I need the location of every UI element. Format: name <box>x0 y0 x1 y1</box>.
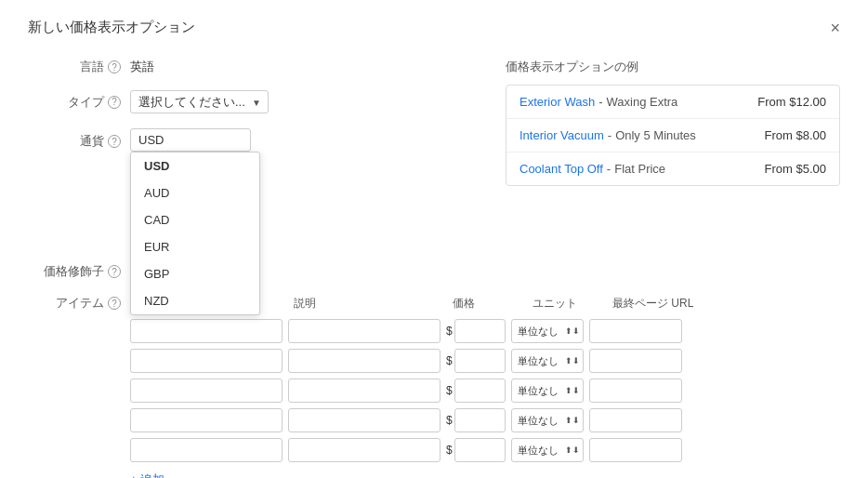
currency-option-aud[interactable]: AUD <box>131 179 259 206</box>
item-row: $ 単位なし ⬆⬇ <box>130 408 478 432</box>
unit-select-5[interactable]: 単位なし <box>511 438 584 462</box>
unit-cell-2: 単位なし ⬆⬇ <box>511 349 584 373</box>
type-label-group: タイプ ? <box>28 94 121 111</box>
dollar-sign-1: $ <box>446 325 453 338</box>
language-row: 言語 ? 英語 <box>28 59 478 75</box>
example-box: Exterior Wash - Waxing Extra From $12.00… <box>506 85 840 186</box>
example-price-2: From $8.00 <box>765 128 826 142</box>
price-modifier-label-group: 価格修飾子 ? <box>28 263 121 280</box>
item-desc-input-1[interactable] <box>288 319 441 343</box>
price-cell-2: $ <box>446 349 506 373</box>
item-desc-input-3[interactable] <box>288 378 441 403</box>
modal-container: 新しい価格表示オプション × 言語 ? 英語 タイプ ? <box>0 0 868 478</box>
currency-help-badge[interactable]: ? <box>108 135 121 148</box>
example-link-2: Interior Vacuum <box>519 128 604 142</box>
item-desc-input-5[interactable] <box>288 438 441 462</box>
currency-dropdown-menu: USD AUD CAD EUR GBP NZD <box>130 152 260 315</box>
example-desc-3: Flat Price <box>614 162 665 176</box>
item-price-input-2[interactable] <box>454 349 506 373</box>
currency-label: 通貨 <box>80 133 104 150</box>
unit-cell-1: 単位なし ⬆⬇ <box>511 319 584 343</box>
language-help-badge[interactable]: ? <box>108 60 121 73</box>
currency-option-gbp[interactable]: GBP <box>131 260 259 287</box>
item-row: $ 単位なし ⬆⬇ <box>130 438 478 462</box>
item-row: $ 単位なし ⬆⬇ <box>130 319 478 343</box>
type-dropdown-wrapper: 選択してください... ▼ <box>130 90 269 113</box>
unit-cell-5: 単位なし ⬆⬇ <box>511 438 584 462</box>
add-item-link[interactable]: + 追加 <box>130 471 164 478</box>
dollar-sign-5: $ <box>446 444 453 457</box>
example-item-2-left: Interior Vacuum - Only 5 Minutes <box>519 128 696 142</box>
modal-body: 言語 ? 英語 タイプ ? 選択してください... ▼ <box>28 59 840 478</box>
item-name-input-4[interactable] <box>130 408 283 432</box>
price-cell-4: $ <box>446 408 506 432</box>
unit-select-1[interactable]: 単位なし <box>511 319 584 343</box>
example-item-2: Interior Vacuum - Only 5 Minutes From $8… <box>506 119 839 153</box>
unit-cell-3: 単位なし ⬆⬇ <box>511 378 584 403</box>
items-rows: $ 単位なし ⬆⬇ <box>130 319 478 462</box>
example-item-3: Coolant Top Off - Flat Price From $5.00 <box>506 153 839 185</box>
dollar-sign-3: $ <box>446 384 453 397</box>
item-row: $ 単位なし ⬆⬇ <box>130 378 478 403</box>
price-cell-5: $ <box>446 438 506 462</box>
example-link-3: Coolant Top Off <box>519 162 603 176</box>
currency-option-usd[interactable]: USD <box>131 153 259 179</box>
item-desc-input-2[interactable] <box>288 349 441 373</box>
example-item-1: Exterior Wash - Waxing Extra From $12.00 <box>506 86 839 119</box>
items-label-group: アイテム ? <box>28 295 121 312</box>
left-panel: 言語 ? 英語 タイプ ? 選択してください... ▼ <box>28 59 478 478</box>
items-label: アイテム <box>56 295 104 312</box>
example-title: 価格表示オプションの例 <box>506 59 840 75</box>
close-button[interactable]: × <box>830 20 840 36</box>
currency-option-nzd[interactable]: NZD <box>131 287 259 314</box>
example-item-1-left: Exterior Wash - Waxing Extra <box>519 95 677 109</box>
item-name-input-1[interactable] <box>130 319 283 343</box>
unit-cell-4: 単位なし ⬆⬇ <box>511 408 584 432</box>
unit-select-4[interactable]: 単位なし <box>511 408 584 432</box>
example-sep-2: - <box>608 128 612 142</box>
items-section: アイテム ? 説明 価格 ユニット 最終ページ URL <box>28 295 478 478</box>
example-link-1: Exterior Wash <box>519 95 595 109</box>
price-modifier-label: 価格修飾子 <box>44 263 104 280</box>
price-cell-3: $ <box>446 378 506 403</box>
item-name-input-5[interactable] <box>130 438 283 462</box>
item-desc-input-4[interactable] <box>288 408 441 432</box>
item-name-input-3[interactable] <box>130 378 283 403</box>
price-modifier-help-badge[interactable]: ? <box>108 265 121 278</box>
dollar-sign-2: $ <box>446 354 453 367</box>
currency-option-eur[interactable]: EUR <box>131 233 259 260</box>
example-price-1: From $12.00 <box>757 95 826 109</box>
currency-selected-value: USD <box>138 133 164 147</box>
unit-select-2[interactable]: 単位なし <box>511 349 584 373</box>
dollar-sign-4: $ <box>446 414 453 427</box>
col-header-desc: 説明 <box>294 296 447 312</box>
example-item-3-left: Coolant Top Off - Flat Price <box>519 162 665 176</box>
example-price-3: From $5.00 <box>765 162 826 176</box>
item-price-input-5[interactable] <box>454 438 506 462</box>
example-desc-1: Waxing Extra <box>607 95 678 109</box>
type-select[interactable]: 選択してください... <box>130 90 269 113</box>
items-help-badge[interactable]: ? <box>108 297 121 310</box>
example-sep-1: - <box>598 95 602 109</box>
price-cell-1: $ <box>446 319 506 343</box>
currency-label-group: 通貨 ? <box>28 128 121 150</box>
currency-display[interactable]: USD <box>130 128 251 152</box>
unit-select-3[interactable]: 単位なし <box>511 378 584 403</box>
currency-option-cad[interactable]: CAD <box>131 206 259 233</box>
currency-row: 通貨 ? USD USD AUD CAD EUR GBP NZD <box>28 128 478 152</box>
type-row: タイプ ? 選択してください... ▼ <box>28 90 478 113</box>
type-help-badge[interactable]: ? <box>108 96 121 109</box>
item-price-input-1[interactable] <box>454 319 506 343</box>
currency-dropdown-container: USD USD AUD CAD EUR GBP NZD <box>130 128 251 152</box>
item-price-input-3[interactable] <box>454 378 506 403</box>
example-desc-2: Only 5 Minutes <box>615 128 696 142</box>
language-value: 英語 <box>130 59 154 75</box>
item-name-input-2[interactable] <box>130 349 283 373</box>
type-label: タイプ <box>68 94 104 111</box>
item-row: $ 単位なし ⬆⬇ <box>130 349 478 373</box>
example-sep-3: - <box>607 162 611 176</box>
language-label-group: 言語 ? <box>28 59 121 75</box>
language-label: 言語 <box>80 59 104 75</box>
item-price-input-4[interactable] <box>454 408 506 432</box>
modal-title: 新しい価格表示オプション <box>28 19 195 36</box>
